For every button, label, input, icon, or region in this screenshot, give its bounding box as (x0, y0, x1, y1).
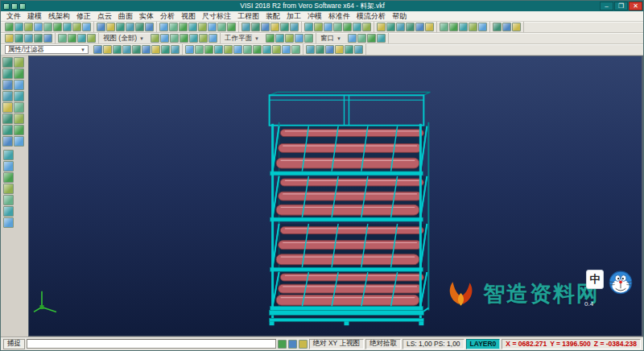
toolbar-icon[interactable] (493, 23, 502, 31)
3d-viewport[interactable]: 智造资料网 中 (28, 56, 643, 337)
menu-item-11[interactable]: 装配 (262, 11, 283, 22)
menu-item-15[interactable]: 模流分析 (353, 11, 389, 22)
toolbar-icon[interactable] (343, 23, 352, 31)
toolbar-icon[interactable] (282, 45, 291, 54)
toolbar-section-label[interactable]: 视图 (全部)▼ (99, 34, 148, 43)
toolbar-icon[interactable] (24, 23, 33, 31)
menu-item-4[interactable]: 点云 (94, 11, 115, 22)
maximize-button[interactable]: ❐ (614, 2, 628, 10)
menu-item-8[interactable]: 视图 (178, 11, 199, 22)
sidebar-tool-icon[interactable] (3, 184, 14, 194)
toolbar-icon[interactable] (151, 34, 159, 43)
toolbar-icon[interactable] (304, 23, 313, 31)
toolbar-icon[interactable] (53, 23, 62, 31)
toolbar-section-label[interactable]: 窗口▼ (316, 34, 345, 43)
toolbar-icon[interactable] (122, 45, 131, 54)
toolbar-icon[interactable] (188, 23, 197, 31)
toolbar-icon[interactable] (106, 23, 115, 31)
toolbar-icon[interactable] (304, 34, 313, 43)
toolbar-icon[interactable] (415, 23, 424, 31)
sidebar-tool-icon[interactable] (2, 57, 13, 68)
toolbar-icon[interactable] (113, 45, 122, 54)
toolbar-icon[interactable] (82, 23, 91, 31)
toolbar-icon[interactable] (43, 34, 52, 43)
sidebar-tool-icon[interactable] (14, 68, 24, 79)
toolbar-icon[interactable] (333, 23, 342, 31)
toolbar-icon[interactable] (169, 23, 178, 31)
toolbar-icon[interactable] (208, 34, 217, 43)
sidebar-tool-icon[interactable] (3, 161, 14, 171)
toolbar-icon[interactable] (132, 45, 141, 54)
toolbar-icon[interactable] (280, 23, 289, 31)
toolbar-icon[interactable] (34, 23, 43, 31)
toolbar-icon[interactable] (314, 23, 323, 31)
toolbar-icon[interactable] (262, 45, 271, 54)
toolbar-icon[interactable] (243, 45, 252, 54)
toolbar-icon[interactable] (63, 23, 72, 31)
toolbar-icon[interactable] (386, 23, 395, 31)
toolbar-icon[interactable] (251, 23, 260, 31)
menu-item-7[interactable]: 分析 (157, 11, 178, 22)
toolbar-icon[interactable] (161, 45, 170, 54)
sidebar-tool-icon[interactable] (14, 102, 24, 113)
toolbar-icon[interactable] (214, 45, 223, 54)
toolbar-icon[interactable] (362, 23, 371, 31)
toolbar-icon[interactable] (126, 23, 134, 31)
toolbar-icon[interactable] (345, 45, 353, 54)
toolbar-icon[interactable] (324, 23, 332, 31)
toolbar-icon[interactable] (335, 45, 344, 54)
save-icon[interactable] (11, 3, 18, 10)
toolbar-icon[interactable] (353, 23, 361, 31)
toolbar-icon[interactable] (14, 34, 23, 43)
sidebar-tool-icon[interactable] (2, 102, 13, 113)
toolbar-icon[interactable] (227, 23, 236, 31)
toolbar-icon[interactable] (285, 34, 294, 43)
toolbar-icon[interactable] (93, 45, 102, 54)
toolbar-icon[interactable] (185, 45, 194, 54)
toolbar-icon[interactable] (68, 34, 76, 43)
toolbar-icon[interactable] (151, 45, 160, 54)
toolbar-icon[interactable] (325, 45, 334, 54)
toolbar-icon[interactable] (159, 23, 168, 31)
sidebar-tool-icon[interactable] (2, 68, 13, 79)
sidebar-tool-icon[interactable] (14, 114, 24, 124)
toolbar-icon[interactable] (295, 34, 303, 43)
sidebar-tool-icon[interactable] (14, 136, 24, 147)
sidebar-tool-icon[interactable] (2, 80, 13, 90)
toolbar-icon[interactable] (502, 23, 511, 31)
toolbar-icon[interactable] (242, 23, 250, 31)
toolbar-icon[interactable] (425, 23, 434, 31)
sidebar-tool-icon[interactable] (14, 80, 24, 90)
menu-item-14[interactable]: 标准件 (325, 11, 353, 22)
layer-tool-icon[interactable] (299, 340, 308, 349)
sidebar-tool-icon[interactable] (3, 206, 14, 217)
toolbar-icon[interactable] (440, 23, 448, 31)
command-input[interactable] (27, 339, 276, 349)
toolbar-icon[interactable] (478, 23, 487, 31)
toolbar-icon[interactable] (34, 34, 43, 43)
toolbar-icon[interactable] (357, 34, 366, 43)
toolbar-icon[interactable] (377, 34, 386, 43)
toolbar-icon[interactable] (43, 23, 52, 31)
minimize-button[interactable]: – (600, 2, 613, 10)
toolbar-icon[interactable] (377, 23, 386, 31)
toolbar-icon[interactable] (272, 45, 281, 54)
toolbar-icon[interactable] (512, 23, 521, 31)
color-tool-icon[interactable] (278, 340, 287, 349)
view-mode-indicator[interactable]: 绝对 XY 上视图 (309, 339, 364, 349)
sidebar-tool-icon[interactable] (3, 195, 14, 205)
toolbar-icon[interactable] (14, 23, 23, 31)
toolbar-icon[interactable] (224, 45, 233, 54)
menu-item-3[interactable]: 修正 (73, 11, 94, 22)
toolbar-icon[interactable] (469, 23, 477, 31)
toolbar-icon[interactable] (170, 34, 179, 43)
toolbar-icon[interactable] (142, 45, 151, 54)
toolbar-icon[interactable] (77, 34, 86, 43)
toolbar-icon[interactable] (261, 23, 270, 31)
toolbar-icon[interactable] (5, 23, 14, 31)
pick-mode-indicator[interactable]: 绝对拾取 (365, 339, 401, 349)
toolbar-icon[interactable] (217, 23, 226, 31)
sidebar-tool-icon[interactable] (2, 125, 13, 135)
sidebar-tool-icon[interactable] (3, 150, 14, 160)
menu-item-10[interactable]: 工程图 (234, 11, 262, 22)
